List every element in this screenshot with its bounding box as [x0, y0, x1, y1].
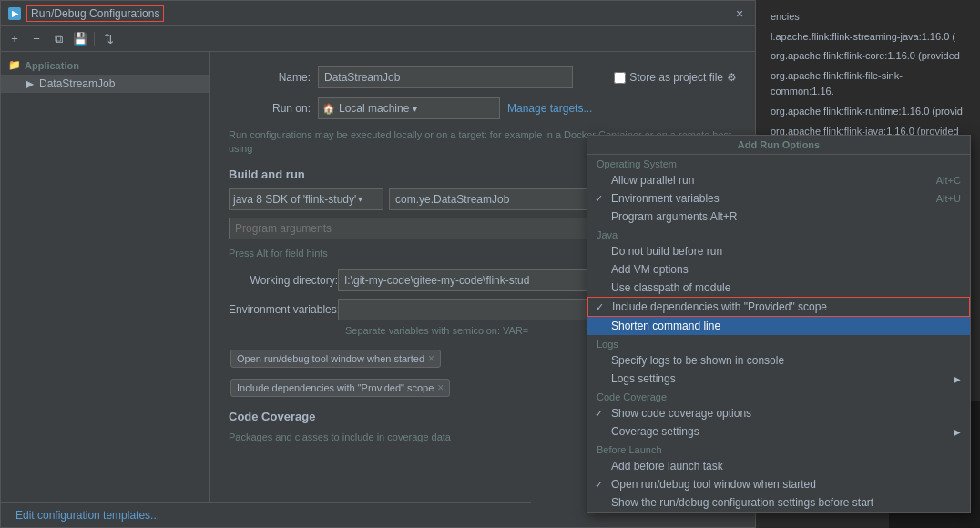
dep-item-1: encies — [763, 7, 973, 27]
sidebar-section-application: 📁 Application — [1, 56, 209, 75]
dep-item-4: org.apache.flink:flink-file-sink-common:… — [763, 66, 973, 102]
name-input[interactable] — [318, 66, 573, 88]
menu-item-no-build[interactable]: Do not build before run — [587, 242, 970, 260]
add-config-button[interactable]: + — [5, 29, 25, 49]
env-vars-label: Environment variables: — [229, 303, 338, 316]
run-on-select[interactable]: 🏠 Local machine ▾ — [318, 97, 500, 119]
dialog-icon: ▶ — [8, 7, 21, 20]
menu-item-shorten-cmdline[interactable]: Shorten command line — [587, 317, 970, 335]
gear-icon[interactable]: ⚙ — [727, 71, 737, 84]
store-as-project-checkbox[interactable] — [614, 72, 626, 84]
menu-section-before-launch: Before Launch — [587, 441, 970, 457]
coverage-settings-arrow: ▶ — [954, 427, 961, 437]
menu-item-prog-args[interactable]: Program arguments Alt+R — [587, 208, 970, 226]
menu-item-env-vars[interactable]: Environment variables Alt+U — [587, 189, 970, 208]
logs-settings-arrow: ▶ — [954, 374, 961, 384]
copy-config-button[interactable]: ⧉ — [48, 29, 68, 49]
include-deps-tag: Include dependencies with "Provided" sco… — [230, 379, 450, 397]
open-tool-window-tag-close[interactable]: × — [428, 352, 434, 365]
menu-item-show-config-before-start[interactable]: Show the run/debug configuration setting… — [587, 493, 970, 512]
run-on-row: Run on: 🏠 Local machine ▾ Manage targets… — [229, 97, 737, 119]
menu-item-add-before-launch[interactable]: Add before launch task — [587, 457, 970, 475]
menu-item-specify-logs[interactable]: Specify logs to be shown in console — [587, 351, 970, 370]
menu-header: Add Run Options — [587, 136, 970, 155]
bottom-bar: Edit configuration templates... — [1, 502, 531, 527]
house-icon: 🏠 — [322, 103, 335, 115]
manage-targets-link[interactable]: Manage targets... — [507, 102, 592, 115]
menu-section-java: Java — [587, 226, 970, 242]
menu-item-add-vm[interactable]: Add VM options — [587, 260, 970, 279]
menu-section-os: Operating System — [587, 155, 970, 171]
dep-item-5: org.apache.flink:flink-runtime:1.16.0 (p… — [763, 102, 973, 122]
sidebar: 📁 Application ▶ DataStreamJob — [1, 52, 210, 527]
menu-item-show-coverage[interactable]: Show code coverage options — [587, 404, 970, 422]
open-tool-window-tag: Open run/debug tool window when started … — [230, 350, 441, 368]
run-icon: ▶ — [23, 77, 36, 90]
edit-templates-link[interactable]: Edit configuration templates... — [8, 505, 167, 525]
sdk-select[interactable]: java 8 SDK of 'flink-study' ▾ — [229, 188, 383, 210]
menu-item-open-tool-window[interactable]: Open run/debug tool window when started — [587, 475, 970, 493]
remove-config-button[interactable]: − — [26, 29, 46, 49]
dialog-titlebar: ▶ Run/Debug Configurations × — [1, 1, 755, 26]
include-deps-tag-close[interactable]: × — [437, 381, 444, 394]
close-button[interactable]: × — [731, 5, 748, 22]
dialog-title-left: ▶ Run/Debug Configurations — [8, 5, 164, 22]
name-row: Name: Store as project file ⚙ — [229, 66, 737, 88]
dep-item-3: org.apache.flink:flink-core:1.16.0 (prov… — [763, 46, 973, 66]
menu-section-logs: Logs — [587, 335, 970, 351]
store-area: Store as project file ⚙ — [614, 71, 737, 84]
chevron-down-icon: ▾ — [413, 104, 417, 114]
name-label: Name: — [229, 71, 311, 84]
dialog-title: Run/Debug Configurations — [26, 5, 164, 22]
working-dir-label: Working directory: — [229, 274, 338, 287]
toolbar: + − ⧉ 💾 ⇅ — [1, 26, 755, 52]
menu-item-include-provided[interactable]: Include dependencies with "Provided" sco… — [587, 297, 970, 317]
menu-item-use-classpath[interactable]: Use classpath of module — [587, 279, 970, 297]
sidebar-item-datastreamjob[interactable]: ▶ DataStreamJob — [1, 75, 209, 93]
sdk-chevron-icon: ▾ — [358, 194, 362, 204]
folder-icon: 📁 — [8, 59, 21, 71]
sort-config-button[interactable]: ⇅ — [98, 29, 118, 49]
menu-item-logs-settings[interactable]: Logs settings ▶ — [587, 370, 970, 388]
toolbar-separator — [94, 32, 95, 46]
menu-section-coverage: Code Coverage — [587, 388, 970, 404]
store-as-project-label: Store as project file — [629, 71, 723, 84]
menu-item-allow-parallel[interactable]: Allow parallel run Alt+C — [587, 171, 970, 189]
run-on-label: Run on: — [229, 102, 311, 115]
menu-item-coverage-settings[interactable]: Coverage settings ▶ — [587, 422, 970, 441]
context-menu: Add Run Options Operating System Allow p… — [587, 135, 971, 513]
save-config-button[interactable]: 💾 — [70, 29, 90, 49]
dep-item-2: l.apache.flink:flink-streaming-java:1.16… — [763, 27, 973, 47]
